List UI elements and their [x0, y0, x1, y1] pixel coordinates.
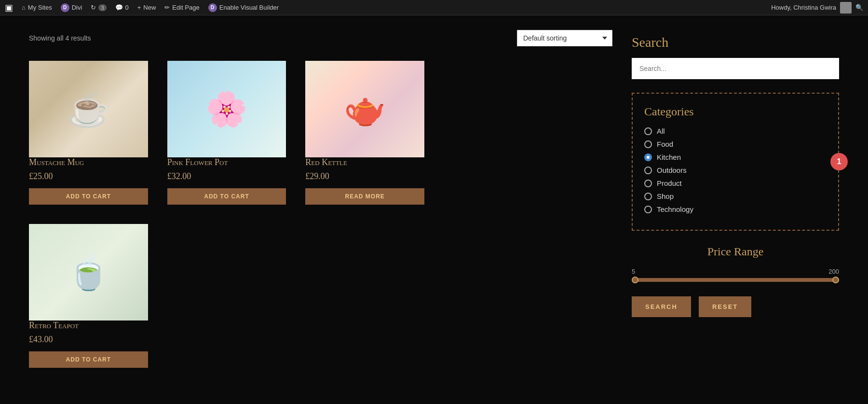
category-radio-food: [644, 140, 652, 148]
plus-icon: +: [137, 4, 141, 11]
read-more-red-kettle[interactable]: READ MORE: [305, 188, 424, 205]
price-range-title: Price Range: [632, 245, 839, 258]
category-label-product: Product: [657, 179, 682, 187]
updates-icon: ↻: [91, 4, 96, 11]
sidebar: Search Categories All Food Kitchen Outdo…: [632, 30, 839, 368]
user-greeting: Howdy, Christina Gwira: [771, 4, 836, 11]
product-image-mustache-mug: [29, 61, 148, 157]
product-name-retro-teapot: Retro Teapot: [29, 320, 148, 331]
product-price-pink-flower-pot: £32.00: [167, 171, 286, 181]
category-radio-all: [644, 127, 652, 135]
product-name-pink-flower-pot: Pink Flower Pot: [167, 157, 286, 167]
visual-builder-label: Enable Visual Builder: [219, 4, 279, 11]
new-item[interactable]: + New: [137, 4, 156, 11]
category-label-outdoors: Outdoors: [657, 166, 687, 174]
product-image-pink-flower-pot: [167, 61, 286, 157]
my-sites-item[interactable]: ⌂ My Sites: [22, 4, 52, 11]
category-shop[interactable]: Shop: [644, 192, 827, 200]
reset-button[interactable]: RESET: [699, 296, 751, 317]
edit-page-label: Edit Page: [172, 4, 199, 11]
add-to-cart-mustache-mug[interactable]: ADD TO CART: [29, 188, 148, 205]
products-row2: Retro Teapot £43.00 ADD TO CART: [29, 224, 424, 368]
comments-item[interactable]: 💬 0: [115, 4, 129, 11]
category-label-all: All: [657, 127, 665, 135]
search-admin-icon[interactable]: 🔍: [855, 4, 863, 11]
category-kitchen[interactable]: Kitchen: [644, 153, 827, 161]
divi-icon: D: [61, 3, 69, 12]
main-content: Showing all 4 results Default sorting So…: [0, 15, 868, 382]
search-button[interactable]: SEARCH: [632, 296, 691, 317]
category-label-shop: Shop: [657, 192, 674, 200]
category-label-kitchen: Kitchen: [657, 153, 681, 161]
price-range-labels: 5 200: [632, 268, 839, 275]
products-area: Showing all 4 results Default sorting So…: [29, 30, 612, 368]
category-product[interactable]: Product: [644, 179, 827, 187]
category-outdoors[interactable]: Outdoors: [644, 166, 827, 174]
divi-label: Divi: [72, 4, 82, 11]
new-label: New: [143, 4, 156, 11]
categories-title: Categories: [644, 105, 827, 118]
sort-select[interactable]: Default sorting Sort by popularity Sort …: [517, 30, 612, 46]
category-label-technology: Technology: [657, 205, 693, 213]
slider-thumb-left[interactable]: [632, 277, 638, 283]
add-to-cart-retro-teapot[interactable]: ADD TO CART: [29, 351, 148, 368]
avatar: [840, 2, 852, 14]
product-image-retro-teapot: [29, 224, 148, 320]
category-label-food: Food: [657, 140, 673, 148]
edit-page-item[interactable]: ✏ Edit Page: [164, 4, 199, 11]
categories-box: Categories All Food Kitchen Outdoors Pro…: [632, 93, 839, 231]
edit-icon: ✏: [164, 4, 170, 11]
comments-icon: 💬: [115, 4, 123, 11]
price-min-label: 5: [632, 268, 635, 275]
product-price-retro-teapot: £43.00: [29, 334, 148, 345]
showing-results-text: Showing all 4 results: [29, 34, 91, 42]
visual-builder-item[interactable]: D Enable Visual Builder: [208, 3, 279, 12]
slider-thumb-right[interactable]: [832, 277, 839, 283]
product-card-mustache-mug: Mustache Mug £25.00 ADD TO CART: [29, 61, 148, 205]
price-max-label: 200: [828, 268, 839, 275]
category-radio-outdoors: [644, 167, 652, 174]
product-image-red-kettle: [305, 61, 424, 157]
price-slider-track[interactable]: [632, 278, 839, 282]
category-radio-shop: [644, 193, 652, 200]
product-price-red-kettle: £29.00: [305, 171, 424, 181]
category-radio-product: [644, 180, 652, 187]
sidebar-buttons: SEARCH RESET: [632, 296, 839, 317]
products-grid: Mustache Mug £25.00 ADD TO CART Pink Flo…: [29, 61, 424, 205]
divi-item[interactable]: D Divi: [61, 3, 82, 12]
divi-builder-icon: D: [208, 3, 217, 12]
category-food[interactable]: Food: [644, 140, 827, 148]
my-sites-icon: ⌂: [22, 4, 26, 11]
category-radio-technology: [644, 206, 652, 213]
admin-bar: ▣ ⌂ My Sites D Divi ↻ 3 💬 0 + New ✏ Edit…: [0, 0, 868, 15]
category-badge: 1: [830, 153, 848, 170]
product-name-red-kettle: Red Kettle: [305, 157, 424, 167]
my-sites-label: My Sites: [28, 4, 52, 11]
product-price-mustache-mug: £25.00: [29, 171, 148, 181]
updates-badge: 3: [98, 4, 106, 11]
category-radio-kitchen: [644, 153, 652, 161]
updates-item[interactable]: ↻ 3: [91, 4, 106, 11]
product-card-red-kettle: Red Kettle £29.00 READ MORE: [305, 61, 424, 205]
category-technology[interactable]: Technology: [644, 205, 827, 213]
products-header: Showing all 4 results Default sorting So…: [29, 30, 612, 46]
sidebar-search-title: Search: [632, 35, 839, 50]
product-name-mustache-mug: Mustache Mug: [29, 157, 148, 167]
product-card-pink-flower-pot: Pink Flower Pot £32.00 ADD TO CART: [167, 61, 286, 205]
category-all[interactable]: All: [644, 127, 827, 135]
add-to-cart-pink-flower-pot[interactable]: ADD TO CART: [167, 188, 286, 205]
admin-bar-right: Howdy, Christina Gwira 🔍: [771, 2, 863, 14]
search-input[interactable]: [632, 58, 839, 79]
product-card-retro-teapot: Retro Teapot £43.00 ADD TO CART: [29, 224, 148, 368]
wordpress-icon[interactable]: ▣: [5, 2, 13, 13]
comments-count: 0: [125, 4, 129, 11]
